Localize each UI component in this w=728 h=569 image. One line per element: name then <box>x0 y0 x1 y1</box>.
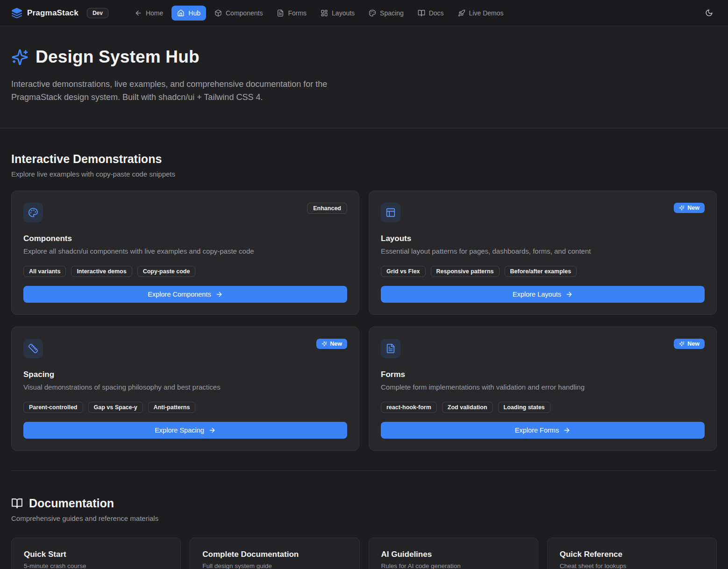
doc-card-title: Quick Reference <box>560 550 704 559</box>
sparkles-icon <box>679 341 685 347</box>
button-label: Explore Forms <box>515 427 559 434</box>
arrow-right-icon <box>565 291 573 298</box>
enhanced-badge: Enhanced <box>307 203 347 214</box>
badge-label: New <box>687 205 699 211</box>
page-title: Design System Hub <box>36 47 200 67</box>
nav-item-hub[interactable]: Hub <box>171 6 206 21</box>
badge-label: New <box>687 341 699 347</box>
tag: All variants <box>23 266 66 277</box>
demo-card-forms: New Forms Complete form implementations … <box>369 327 717 451</box>
sparkles-icon <box>321 341 327 347</box>
box-icon <box>214 9 222 17</box>
explore-forms-button[interactable]: Explore Forms <box>381 422 705 439</box>
card-description: Complete form implementations with valid… <box>381 383 705 391</box>
doc-card-quick-reference[interactable]: Quick Reference Cheat sheet for lookups <box>547 538 717 569</box>
panels-top-left-icon <box>385 207 396 218</box>
nav-item-live-demos[interactable]: Live Demos <box>452 6 509 21</box>
doc-card-ai-guidelines[interactable]: AI Guidelines Rules for AI code generati… <box>369 538 538 569</box>
rocket-icon <box>458 9 465 17</box>
components-card-icon-tile <box>23 203 43 222</box>
explore-spacing-button[interactable]: Explore Spacing <box>23 422 347 439</box>
tag: Grid vs Flex <box>381 266 426 277</box>
doc-card-description: Full design system guide <box>202 562 347 569</box>
nav-item-forms[interactable]: Forms <box>271 6 312 21</box>
nav-item-label: Docs <box>429 9 444 17</box>
card-title: Spacing <box>23 370 347 379</box>
sparkles-icon <box>679 205 685 211</box>
demo-card-spacing: New Spacing Visual demonstrations of spa… <box>11 327 359 451</box>
doc-card-complete-documentation[interactable]: Complete Documentation Full design syste… <box>190 538 359 569</box>
book-open-icon <box>11 498 23 509</box>
palette-icon <box>28 207 38 218</box>
home-icon <box>177 9 185 17</box>
card-description: Visual demonstrations of spacing philoso… <box>23 383 347 391</box>
nav-item-label: Forms <box>288 9 307 17</box>
tag: Loading states <box>498 402 550 413</box>
docs-subheading: Comprehensive guides and reference mater… <box>11 514 717 522</box>
nav-item-spacing[interactable]: Spacing <box>363 6 409 21</box>
layout-grid-icon <box>321 9 328 17</box>
card-description: Explore all shadcn/ui components with li… <box>23 247 347 255</box>
tag: Gap vs Space-y <box>88 402 143 413</box>
docs-heading: Documentation <box>29 497 114 510</box>
demos-subheading: Explore live examples with copy-paste co… <box>11 170 717 178</box>
file-text-icon <box>385 343 396 354</box>
tag: Zod validation <box>442 402 493 413</box>
card-title: Forms <box>381 370 705 379</box>
tag: Before/after examples <box>505 266 577 277</box>
main-content: Interactive Demonstrations Explore live … <box>0 128 728 569</box>
layers-logo-icon <box>11 7 22 19</box>
nav-item-label: Home <box>146 9 163 17</box>
layouts-card-icon-tile <box>381 203 400 222</box>
nav-links: Home Hub Components Forms Layouts Spacin… <box>129 6 509 21</box>
card-title: Components <box>23 234 347 243</box>
docs-card-grid: Quick Start 5-minute crash course Comple… <box>11 538 717 569</box>
button-label: Explore Layouts <box>513 291 561 298</box>
brand-name: PragmaStack <box>27 8 79 18</box>
nav-item-docs[interactable]: Docs <box>412 6 450 21</box>
doc-card-title: Quick Start <box>24 550 168 559</box>
new-badge: New <box>674 339 705 349</box>
hero-section: Design System Hub Interactive demonstrat… <box>0 26 728 128</box>
sparkles-icon <box>11 49 29 66</box>
book-open-icon <box>418 9 425 17</box>
documentation-section: Documentation Comprehensive guides and r… <box>11 471 717 569</box>
demo-card-layouts: New Layouts Essential layout patterns fo… <box>369 191 717 315</box>
ruler-icon <box>28 343 38 354</box>
nav-item-label: Spacing <box>380 9 404 17</box>
nav-item-components[interactable]: Components <box>209 6 268 21</box>
card-description: Essential layout patterns for pages, das… <box>381 247 705 255</box>
tag: Anti-patterns <box>148 402 196 413</box>
badge-label: New <box>330 341 342 347</box>
button-label: Explore Components <box>148 291 211 298</box>
arrow-right-icon <box>208 427 216 434</box>
forms-card-icon-tile <box>381 339 400 358</box>
nav-item-home[interactable]: Home <box>129 6 169 21</box>
brand[interactable]: PragmaStack Dev <box>11 7 108 19</box>
tag: Copy-paste code <box>137 266 196 277</box>
nav-item-label: Components <box>226 9 263 17</box>
tag: Interactive demos <box>71 266 132 277</box>
env-badge: Dev <box>87 8 108 18</box>
nav-item-label: Live Demos <box>469 9 504 17</box>
nav-item-layouts[interactable]: Layouts <box>315 6 360 21</box>
doc-card-title: Complete Documentation <box>202 550 347 559</box>
arrow-right-icon <box>215 291 223 298</box>
spacing-card-icon-tile <box>23 339 43 358</box>
theme-toggle-button[interactable] <box>701 5 717 21</box>
file-text-icon <box>277 9 284 17</box>
demos-section: Interactive Demonstrations Explore live … <box>11 128 717 451</box>
page-description: Interactive demonstrations, live example… <box>11 78 355 104</box>
tag: Responsive patterns <box>431 266 500 277</box>
top-nav: PragmaStack Dev Home Hub Components Form… <box>0 0 728 26</box>
demo-card-components: Enhanced Components Explore all shadcn/u… <box>11 191 359 315</box>
tag: react-hook-form <box>381 402 437 413</box>
demo-card-grid: Enhanced Components Explore all shadcn/u… <box>11 191 717 451</box>
explore-layouts-button[interactable]: Explore Layouts <box>381 286 705 303</box>
moon-icon <box>705 9 713 17</box>
arrow-right-icon <box>563 427 571 434</box>
doc-card-quick-start[interactable]: Quick Start 5-minute crash course <box>11 538 181 569</box>
doc-card-description: Rules for AI code generation <box>381 562 526 569</box>
arrow-left-icon <box>135 9 142 17</box>
explore-components-button[interactable]: Explore Components <box>23 286 347 303</box>
